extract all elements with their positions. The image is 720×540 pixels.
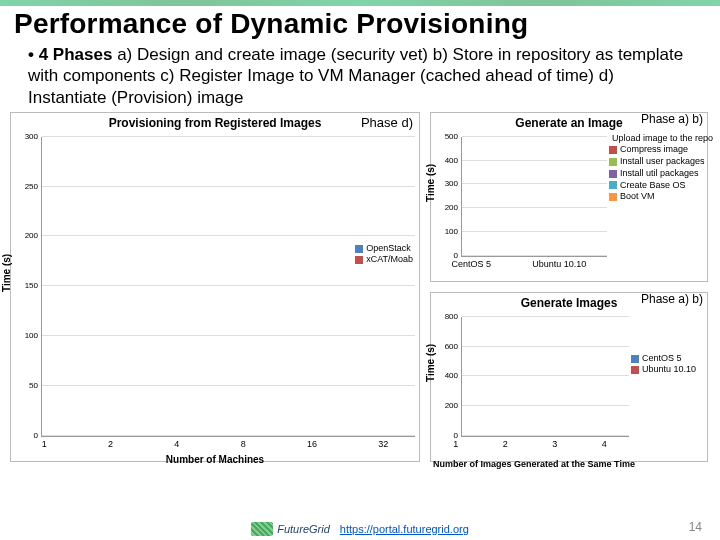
chart-rb-xaxis: 1234: [431, 439, 629, 451]
page-number: 14: [689, 520, 702, 534]
bullet-lead: 4 Phases: [39, 45, 113, 64]
chart-rt-bars: [463, 137, 605, 257]
portal-link[interactable]: https://portal.futuregrid.org: [340, 523, 469, 535]
chart-left-xaxis: 12481632: [11, 439, 419, 451]
phase-ab-2-label: Phase a) b): [641, 292, 703, 306]
chart-rb-bars: [463, 317, 627, 437]
chart-rt-xaxis: CentOS 5Ubuntu 10.10: [431, 259, 607, 271]
chart-left: Provisioning from Registered Images Phas…: [10, 112, 420, 462]
bullet-text: 4 Phases a) Design and create image (sec…: [0, 44, 720, 112]
chart-left-bars: [43, 137, 413, 437]
page-title: Performance of Dynamic Provisioning: [0, 6, 720, 44]
futuregrid-logotext: FutureGrid: [277, 523, 330, 535]
phase-d-label: Phase d): [361, 115, 413, 130]
chart-left-ylabel: Time (s): [1, 254, 12, 292]
chart-left-xlabel: Number of Machines: [11, 454, 419, 465]
footer: FutureGrid https://portal.futuregrid.org: [0, 522, 720, 536]
futuregrid-logo-icon: [251, 522, 273, 536]
chart-rb-xlabel: Number of Images Generated at the Same T…: [431, 460, 637, 469]
bullet-body: a) Design and create image (security vet…: [28, 45, 683, 107]
phase-ab-1-label: Phase a) b): [641, 112, 703, 126]
chart-rb-legend: CentOS 5Ubuntu 10.10: [631, 353, 705, 376]
charts-area: Provisioning from Registered Images Phas…: [0, 112, 720, 472]
chart-rb-ylabel: Time (s): [425, 344, 436, 382]
chart-rt-legend: Upload image to the repoCompress imageIn…: [609, 133, 705, 203]
decorative-top-border: [0, 0, 720, 6]
chart-right-top: Generate an Image Phase a) b) Time (s) 0…: [430, 112, 708, 282]
chart-rt-plot: Time (s) 0100200300400500 CentOS 5Ubuntu…: [431, 133, 707, 271]
chart-rt-ylabel: Time (s): [425, 164, 436, 202]
chart-left-title: Provisioning from Registered Images: [11, 113, 419, 133]
chart-left-legend: OpenStackxCAT/Moab: [355, 243, 413, 266]
chart-left-plot: Time (s) 050100150200250300 12481632 Num…: [11, 133, 419, 451]
slide: Performance of Dynamic Provisioning 4 Ph…: [0, 0, 720, 540]
chart-rb-plot: Time (s) 0200400600800 1234 Number of Im…: [431, 313, 707, 451]
chart-right-bottom: Generate Images Phase a) b) Time (s) 020…: [430, 292, 708, 462]
